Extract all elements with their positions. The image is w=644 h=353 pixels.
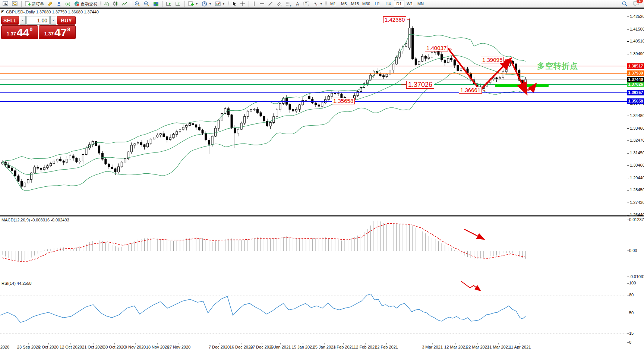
channel-tool[interactable]: E [275,0,284,7]
price-axis-1.42520: 1.42520 [630,14,644,19]
date-tick: 9 Nov 2020 [125,345,146,349]
date-tick: 2 Oct 2020 [38,345,59,349]
price-annotation-137026[interactable]: 1.37026 [406,81,434,89]
tf-m15[interactable]: M15 [350,0,360,7]
equidistant-channel-icon: E [277,1,282,7]
date-tick: 23 Sep 2020 [17,345,40,349]
volume-increase-button[interactable]: ▲ [50,16,56,25]
community-button[interactable] [55,0,63,7]
macd-axis-0.00: 0.00 [629,248,637,253]
buy-price-button[interactable]: 1.37 47 8 [39,25,76,39]
price-tag-1.35658: 1.35658 [627,98,644,104]
zoom-in-button[interactable] [133,0,142,7]
line-chart-icon [122,1,127,7]
main-toolbar: 新订单 自动交易 ▼ ▼ ▼ E F A T ▼ M1 M5 M15 M30 H… [0,0,644,8]
date-tick: 7 Dec 2020 [209,345,230,349]
cursor-tool[interactable] [230,0,238,7]
vertical-line-tool[interactable] [251,0,258,7]
dropdown-caret-icon: ▼ [222,2,225,6]
price-tag-1.37939: 1.37939 [627,70,644,76]
vertical-line-icon [252,1,256,6]
sell-price-button[interactable]: 1.37 44 0 [1,25,38,39]
horizontal-line-tool[interactable] [258,0,266,7]
pivot-annotation-text[interactable]: 多空转折点 [537,61,578,71]
search-icon [622,1,628,7]
signals-button[interactable] [64,0,72,7]
tf-w1[interactable]: W1 [405,0,415,7]
zoom-out-button[interactable] [142,0,151,7]
chart-shift-button[interactable] [174,0,183,7]
price-annotation-135658[interactable]: 1.35658 [332,98,355,104]
mt4-terminal: { "toolbar": { "new_order_label": "新订单",… [0,0,644,353]
chart-canvas[interactable] [0,0,644,353]
trendline-tool[interactable] [266,0,275,7]
price-axis-1.33460: 1.33460 [630,126,644,130]
tf-mn[interactable]: MN [416,0,426,7]
bar-chart-button[interactable] [102,0,111,7]
buy-button[interactable]: BUY [57,16,76,25]
date-tick: 18 Nov 2020 [146,345,169,349]
date-tick: 22 Mar 2021 [466,345,489,349]
text-label-icon: T [303,1,309,7]
new-order-icon [25,1,31,7]
arrows-tool[interactable]: ▼ [311,0,324,7]
notifications-button[interactable]: 1 [632,0,641,7]
price-annotation-139095[interactable]: 1.39095 [481,57,504,63]
auto-scroll-button[interactable] [164,0,173,7]
search-button[interactable] [620,0,629,7]
indicators-button[interactable]: ▼ [187,0,200,7]
dropdown-caret-icon: ▼ [209,2,212,6]
volume-input[interactable] [26,16,50,25]
templates-button[interactable]: ▼ [214,0,227,7]
price-annotation-136661[interactable]: 1.36661 [459,87,482,94]
sell-button[interactable]: SELL [1,16,19,25]
crosshair-tool[interactable] [239,0,247,7]
trendline-icon [268,1,273,6]
tf-h1[interactable]: H1 [372,0,383,7]
tf-m5[interactable]: M5 [339,0,349,7]
new-order-button[interactable]: 新订单 [23,0,45,7]
price-tag-1.38517: 1.38517 [627,63,644,69]
tile-windows-icon [153,1,159,7]
auto-scroll-icon [166,1,172,7]
tf-h4[interactable]: H4 [383,0,394,7]
price-axis-1.34480: 1.34480 [630,113,644,118]
volume-decrease-button[interactable]: ▼ [20,16,26,25]
price-axis-1.32470: 1.32470 [630,138,644,142]
candlestick-button[interactable] [111,0,120,7]
window-corner-icon: ◤ [1,10,4,13]
text-label-tool[interactable]: T [302,0,311,7]
chart-shift-icon [175,1,181,7]
price-annotation-142380[interactable]: 1.42380 [383,16,406,23]
date-tick: 15 Jan 2021 [292,345,315,349]
autotrading-button[interactable]: 自动交易 [73,0,99,7]
svg-text:T: T [305,2,307,6]
date-tick: 22 Feb 2021 [375,345,398,349]
date-tick: 12 Oct 2020 [60,345,82,349]
periods-button[interactable]: ▼ [200,0,213,7]
profiles-button[interactable] [10,0,19,7]
date-tick: 21 Oct 2020 [82,345,104,349]
date-tick: 3 Feb 2021 [333,345,354,349]
metaeditor-icon [47,1,53,7]
date-tick: 16 Dec 2020 [230,345,253,349]
date-tick: 12 Mar 2021 [444,345,467,349]
tf-d1[interactable]: D1 [394,0,404,7]
text-tool[interactable]: A [294,0,302,7]
price-axis-1.26440: 1.26440 [630,212,644,217]
zoom-in-icon [135,1,141,7]
rsi-level-15: 15 [629,331,634,335]
line-chart-button[interactable] [120,0,129,7]
tf-m30[interactable]: M30 [361,0,372,7]
new-chart-button[interactable] [1,0,10,7]
tf-m1[interactable]: M1 [328,0,338,7]
tile-windows-button[interactable] [152,0,160,7]
price-axis-1.30460: 1.30460 [630,163,644,167]
fibonacci-tool[interactable]: F [284,0,293,7]
sell-price-prefix: 1.37 [7,31,16,37]
price-annotation-140037[interactable]: 1.40037 [425,45,448,51]
sell-price-big: 44 [17,27,29,38]
sell-price-sup: 0 [29,26,32,32]
dropdown-caret-icon: ▼ [320,2,323,6]
metaeditor-button[interactable] [46,0,54,7]
